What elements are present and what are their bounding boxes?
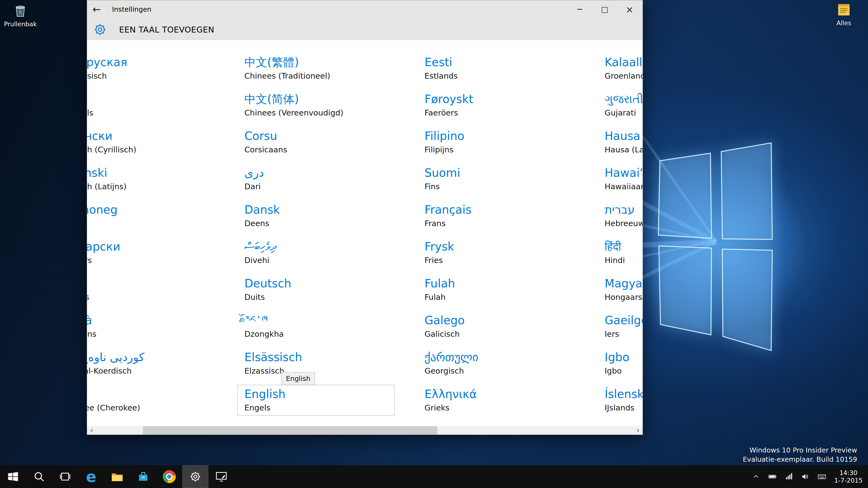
language-item[interactable]: ગુજરાતીGujarati [604, 92, 643, 119]
minimize-icon: ─ [578, 5, 582, 14]
language-column-1: БеларускаяWit-RussischবাংলাBengaalsбосан… [87, 55, 231, 424]
language-column-2: 中文(繁體)Chinees (Traditioneel)中文(简体)Chinee… [244, 55, 418, 426]
watermark-line1: Windows 10 Pro Insider Preview [743, 446, 857, 455]
language-native-name: Беларуская [87, 55, 231, 70]
language-item[interactable]: БеларускаяWit-Russisch [87, 55, 231, 82]
english-tooltip: English [281, 372, 315, 385]
language-dutch-name: Deens [244, 218, 418, 229]
settings-taskbar-button[interactable] [182, 465, 208, 488]
language-item[interactable]: རྫོང་ཁDzongkha [244, 313, 418, 340]
settings-gear-icon [93, 23, 107, 37]
language-item[interactable]: HausaHausa (Latijns) [604, 129, 643, 155]
language-item[interactable]: ދިވެހިބަސްDivehi [244, 239, 418, 266]
language-native-name: Filipino [425, 129, 598, 143]
language-item[interactable]: ქართულიGeorgisch [425, 350, 598, 377]
scrollbar-thumb[interactable] [143, 426, 437, 434]
language-item[interactable]: हिंदीHindi [604, 239, 643, 266]
language-native-name: Hausa [604, 129, 643, 143]
language-item[interactable]: brezhonegBretons [87, 202, 231, 229]
language-item[interactable]: FulahFulah [425, 276, 598, 303]
network-icon[interactable] [785, 473, 793, 481]
language-item[interactable]: 中文(简体)Chinees (Vereenvoudigd) [244, 92, 418, 119]
search-button[interactable] [26, 465, 52, 488]
language-item[interactable]: DeutschDuits [244, 276, 418, 303]
language-dutch-name: Estlands [425, 70, 598, 82]
language-native-name: босански [87, 129, 231, 143]
maximize-button[interactable]: □ [592, 0, 617, 19]
clock-date: 1-7-2015 [834, 477, 863, 484]
edge-browser-button[interactable]: e [78, 465, 104, 488]
language-item[interactable]: עבריתHebreeuws [604, 202, 643, 229]
taskbar: e [0, 465, 868, 488]
language-item[interactable]: HawaiʻiHawaiiaans [604, 166, 643, 192]
chrome-button[interactable] [156, 465, 182, 488]
language-dutch-name: Dari [244, 181, 418, 192]
tray-chevron-icon[interactable] [752, 473, 760, 481]
language-item[interactable]: 中文(繁體)Chinees (Traditioneel) [244, 55, 418, 82]
pen-app-button[interactable] [208, 465, 235, 488]
language-item[interactable]: SuomiFins [425, 166, 598, 192]
language-native-name: Íslenska [604, 387, 643, 401]
alles-shortcut[interactable]: Alles [824, 2, 864, 27]
language-dutch-name: Cherokee (Cherokee) [87, 402, 231, 414]
language-item[interactable]: IgboIgbo [604, 350, 643, 377]
language-native-name: Galego [425, 313, 598, 328]
language-native-name: Ελληνικά [425, 387, 598, 401]
language-item[interactable]: CorsuCorsicaans [244, 129, 418, 155]
language-item[interactable]: درىDari [244, 166, 418, 192]
language-item[interactable]: GaeilgeIers [604, 313, 643, 340]
language-item[interactable]: ElsässischElzassisch [244, 350, 418, 377]
language-grid: БеларускаяWit-RussischবাংলাBengaalsбосан… [87, 40, 643, 426]
language-item-selected[interactable]: EnglishEngels [237, 385, 395, 416]
scrollbar-track[interactable] [96, 426, 633, 434]
language-item[interactable]: বাংলাBengaals [87, 92, 231, 119]
language-native-name: Igbo [604, 350, 643, 365]
back-button[interactable]: ← [87, 0, 106, 19]
close-button[interactable]: × [617, 0, 642, 19]
language-item[interactable]: FryskFries [425, 239, 598, 266]
language-dutch-name: Hausa (Latijns) [604, 144, 643, 155]
store-button[interactable] [130, 465, 156, 488]
language-item[interactable]: FilipinoFilipijns [425, 129, 598, 155]
file-explorer-button[interactable] [104, 465, 130, 488]
language-item[interactable]: EestiEstlands [425, 55, 598, 82]
language-native-name: català [87, 313, 231, 328]
language-item[interactable]: catalàCatalaans [87, 313, 231, 340]
language-item[interactable]: bosanskiBosnisch (Latijns) [87, 166, 231, 192]
language-item[interactable]: ΕλληνικάGrieks [425, 387, 598, 414]
language-item[interactable]: DanskDeens [244, 202, 418, 229]
language-native-name: Føroyskt [425, 92, 598, 106]
volume-icon[interactable] [801, 473, 809, 481]
language-item[interactable]: GalegoGalicisch [425, 313, 598, 340]
clock[interactable]: 14:30 1-7-2015 [834, 469, 863, 484]
titlebar[interactable]: ← Instellingen ─ □ × [87, 0, 643, 19]
language-item[interactable]: българскиBulgaars [87, 239, 231, 266]
touch-keyboard-icon[interactable] [817, 472, 826, 481]
scroll-right-button[interactable]: › [633, 426, 643, 434]
language-item[interactable]: MagyarHongaars [604, 276, 643, 303]
language-item[interactable]: ÍslenskaIJslands [604, 387, 643, 414]
language-item[interactable]: FøroysktFaeröers [425, 92, 598, 119]
language-dutch-name: Chinees (Vereenvoudigd) [244, 107, 418, 119]
language-item[interactable]: کوردیی ناوەڕاستCentraal-Koerdisch [87, 350, 231, 377]
language-item[interactable]: ᏣᎳᎩCherokee (Cherokee) [87, 387, 231, 414]
minimize-button[interactable]: ─ [567, 0, 592, 19]
language-dutch-name: Bretons [87, 218, 231, 229]
language-item[interactable]: ဗမာBirmees [87, 276, 231, 303]
language-item[interactable]: KalaallisutGroenlands [604, 55, 643, 82]
language-dutch-name: Hawaiiaans [604, 181, 643, 192]
scroll-left-icon: ‹ [90, 426, 93, 435]
language-item[interactable]: FrançaisFrans [425, 202, 598, 229]
desktop: Prullenbak Alles Windows 10 Pro Insider … [0, 0, 868, 488]
task-view-button[interactable] [52, 465, 78, 488]
scroll-left-button[interactable]: ‹ [87, 426, 96, 434]
battery-icon[interactable] [768, 472, 777, 481]
horizontal-scrollbar[interactable]: ‹ › [87, 426, 643, 434]
start-button[interactable] [0, 465, 26, 488]
language-dutch-name: Iers [604, 328, 643, 340]
language-dutch-name: IJslands [604, 402, 643, 414]
system-tray: 14:30 1-7-2015 [752, 465, 868, 488]
recycle-bin-shortcut[interactable]: Prullenbak [0, 2, 41, 28]
language-dutch-name: Fins [425, 181, 598, 192]
language-item[interactable]: босанскиBosnisch (Cyrillisch) [87, 129, 231, 155]
